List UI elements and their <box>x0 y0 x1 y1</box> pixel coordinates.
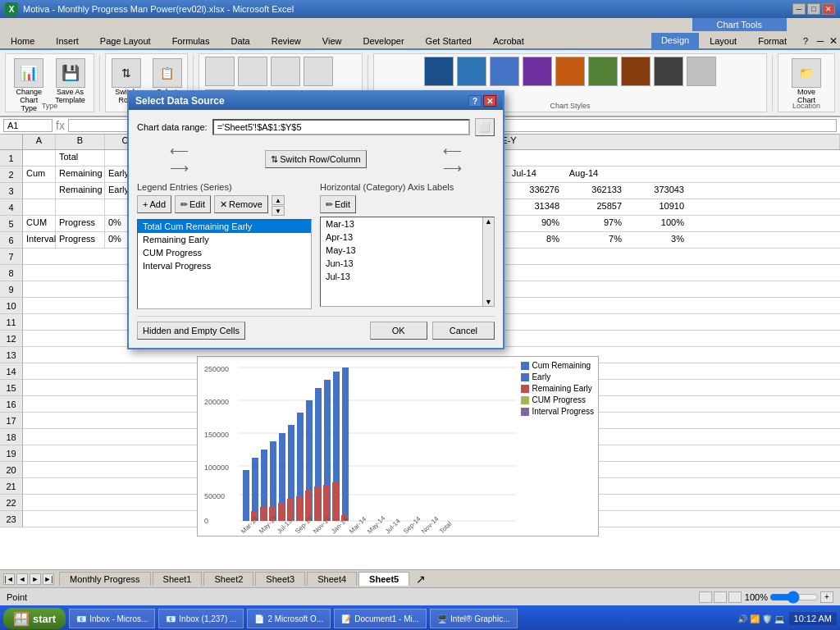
modal-columns: Legend Entries (Series) + Add ✏ Edit ✕ R <box>137 182 495 309</box>
axis-item-4[interactable]: Jun-13 <box>321 257 494 270</box>
edit-axis-btn[interactable]: ✏ Edit <box>320 195 356 213</box>
modal-help-btn[interactable]: ? <box>468 95 482 107</box>
legend-toolbar: + Add ✏ Edit ✕ Remove ▲ <box>137 195 312 216</box>
right-arrows: ⟵ ⟶ <box>443 143 462 176</box>
modal-footer: Hidden and Empty Cells OK Cancel <box>137 316 495 340</box>
axis-item-3[interactable]: May-13 <box>321 244 494 257</box>
modal-header-controls: ? ✕ <box>468 95 496 107</box>
modal-action-btns: OK Cancel <box>370 322 495 340</box>
chart-data-range-row: Chart data range: ⬜ <box>137 118 495 136</box>
hidden-empty-cells-btn[interactable]: Hidden and Empty Cells <box>137 322 245 340</box>
axis-labels-header: Horizontal (Category) Axis Labels <box>320 182 495 192</box>
remove-series-btn[interactable]: ✕ Remove <box>214 195 268 213</box>
select-data-source-dialog: Select Data Source ? ✕ Chart data range:… <box>127 90 504 349</box>
legend-item-1[interactable]: Total Cum Remaining Early <box>138 220 311 233</box>
scroll-up-btn[interactable]: ▲ <box>483 217 494 226</box>
scroll-down-btn[interactable]: ▼ <box>483 298 494 306</box>
modal-header: Select Data Source ? ✕ <box>129 92 503 110</box>
axis-item-5[interactable]: Jul-13 <box>321 270 494 283</box>
right-arrow-icon: ⟵ <box>443 143 462 158</box>
chart-data-range-input[interactable] <box>212 119 470 135</box>
left-arrows: ⟵ ⟶ <box>170 143 189 176</box>
axis-labels-col: Horizontal (Category) Axis Labels ✏ Edit… <box>320 182 495 309</box>
legend-up-btn[interactable]: ▲ <box>272 195 285 205</box>
edit-icon: ✏ <box>180 199 188 210</box>
switch-row-col-btn[interactable]: ⇅ Switch Row/Column <box>265 150 366 168</box>
legend-listbox[interactable]: Total Cum Remaining Early Remaining Earl… <box>137 219 312 309</box>
add-icon: + <box>143 199 148 209</box>
remove-label: Remove <box>229 199 262 209</box>
right-arrow2-icon: ⟶ <box>443 160 462 176</box>
legend-arrows: ▲ ▼ <box>272 195 285 216</box>
add-series-btn[interactable]: + Add <box>137 195 171 213</box>
left-arrow-icon: ⟵ <box>170 143 189 158</box>
cancel-btn[interactable]: Cancel <box>432 322 495 340</box>
legend-item-3[interactable]: CUM Progress <box>138 246 311 259</box>
legend-down-btn[interactable]: ▼ <box>272 206 285 216</box>
left-arrow2-icon: ⟶ <box>170 160 189 176</box>
modal-overlay: Select Data Source ? ✕ Chart data range:… <box>0 0 840 630</box>
axis-item-1[interactable]: Mar-13 <box>321 217 494 231</box>
legend-entries-col: Legend Entries (Series) + Add ✏ Edit ✕ R <box>137 182 312 309</box>
edit-label: Edit <box>189 199 205 209</box>
switch-row-col-area: ⟵ ⟶ ⇅ Switch Row/Column ⟵ ⟶ <box>137 143 495 176</box>
legend-item-2[interactable]: Remaining Early <box>138 233 311 246</box>
modal-title: Select Data Source <box>135 95 225 107</box>
chart-data-range-label: Chart data range: <box>137 122 208 132</box>
chart-data-range-selector-btn[interactable]: ⬜ <box>475 118 495 136</box>
ok-btn[interactable]: OK <box>370 322 427 340</box>
add-label: Add <box>149 199 166 209</box>
legend-item-4[interactable]: Interval Progress <box>138 259 311 272</box>
axis-scrollbar[interactable]: ▲ ▼ <box>482 217 494 306</box>
switch-icon: ⇅ <box>271 154 278 165</box>
axis-toolbar: ✏ Edit <box>320 195 495 213</box>
legend-entries-label: Legend Entries (Series) <box>137 182 312 192</box>
axis-edit-icon: ✏ <box>326 199 333 210</box>
axis-listbox[interactable]: Mar-13 Apr-13 May-13 Jun-13 Jul-13 ▲ ▼ <box>320 217 495 307</box>
axis-edit-label: Edit <box>335 199 350 209</box>
edit-series-btn[interactable]: ✏ Edit <box>175 195 211 213</box>
axis-item-2[interactable]: Apr-13 <box>321 231 494 244</box>
modal-close-btn[interactable]: ✕ <box>483 95 496 107</box>
modal-body: Chart data range: ⬜ ⟵ ⟶ ⇅ Switch Row/Col… <box>129 110 503 348</box>
switch-row-col-label: Switch Row/Column <box>280 154 360 164</box>
remove-icon: ✕ <box>220 199 227 210</box>
